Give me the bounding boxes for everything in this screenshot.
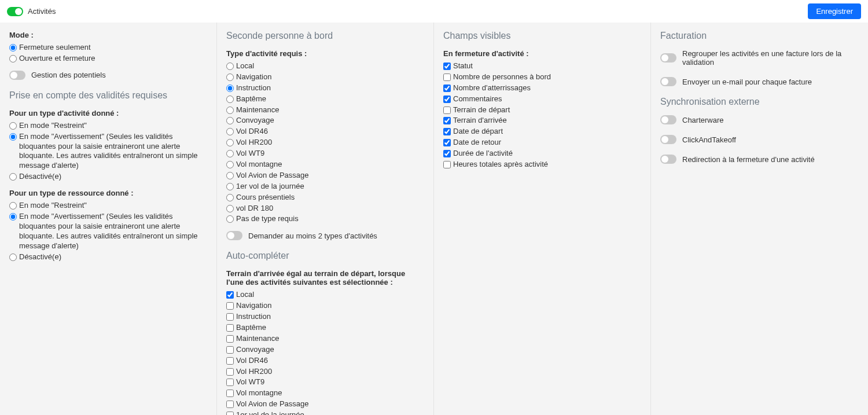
col-champs: Champs visibles En fermeture d'activité …	[434, 23, 651, 415]
email-toggle[interactable]	[660, 77, 676, 86]
auto-check-label: Vol Avion de Passage	[236, 399, 309, 409]
auto-check[interactable]	[226, 412, 234, 415]
auto-check[interactable]	[226, 335, 234, 343]
auto-check[interactable]	[226, 313, 234, 321]
gestion-potentiels-toggle[interactable]	[9, 71, 25, 80]
type-requis-label: Vol HR200	[236, 138, 272, 148]
type-requis-radio[interactable]	[226, 215, 234, 223]
mode-fermeture-label: Fermeture seulement	[19, 43, 91, 53]
type-requis-label: Vol WT9	[236, 149, 264, 159]
champ-check-label: Terrain d'arrivée	[453, 116, 507, 126]
type-requis-label: Vol DR46	[236, 127, 268, 137]
auto-check[interactable]	[226, 357, 234, 365]
auto-check[interactable]	[226, 379, 234, 386]
main-grid: Mode : Fermeture seulement Ouverture et …	[0, 23, 868, 415]
champs-title: Champs visibles	[443, 31, 641, 41]
auto-check[interactable]	[226, 324, 234, 332]
auto-check-label: Navigation	[236, 301, 271, 311]
champ-check[interactable]	[443, 161, 451, 168]
type-requis-label: Vol montagne	[236, 160, 282, 170]
regrouper-toggle[interactable]	[660, 53, 676, 63]
auto-check-label: Convoyage	[236, 345, 274, 355]
type-requis-radio[interactable]	[226, 106, 234, 114]
activite-type-label: Pour un type d'activité donné :	[9, 109, 207, 117]
type-requis-label: Baptême	[236, 94, 266, 104]
col-mode: Mode : Fermeture seulement Ouverture et …	[0, 23, 217, 415]
ressource-type-label: Pour un type de ressource donné :	[9, 189, 207, 197]
type-requis-radio[interactable]	[226, 85, 234, 92]
type-requis-label: Maintenance	[236, 105, 279, 115]
activites-label: Activités	[28, 7, 56, 16]
seconde-title: Seconde personne à bord	[226, 31, 424, 41]
type-requis-label: Cours présentiels	[236, 193, 295, 203]
charterware-toggle[interactable]	[660, 115, 676, 124]
vr-restreint-radio[interactable]	[9, 202, 17, 210]
min2-toggle[interactable]	[226, 231, 242, 240]
mode-fermeture-radio[interactable]	[9, 44, 17, 52]
auto-check-label: Vol montagne	[236, 388, 282, 398]
auto-check[interactable]	[226, 368, 234, 376]
champ-check[interactable]	[443, 150, 451, 157]
vr-desactive-radio[interactable]	[9, 254, 17, 261]
type-requis-radio[interactable]	[226, 172, 234, 179]
type-requis-radio[interactable]	[226, 128, 234, 135]
auto-check[interactable]	[226, 291, 234, 299]
va-desactive-radio[interactable]	[9, 173, 17, 181]
type-requis-label: Type d'activité requis :	[226, 49, 424, 58]
type-requis-radio[interactable]	[226, 150, 234, 157]
champ-check[interactable]	[443, 85, 451, 92]
vr-avert-radio[interactable]	[9, 213, 17, 221]
champ-check[interactable]	[443, 74, 451, 81]
type-requis-label: Pas de type requis	[236, 214, 299, 224]
type-requis-label: Local	[236, 61, 254, 71]
vr-avert-label: En mode "Avertissement" (Seules les vali…	[19, 212, 207, 251]
auto-check-label: Vol WT9	[236, 377, 264, 387]
champ-check[interactable]	[443, 128, 451, 135]
type-requis-radio[interactable]	[226, 183, 234, 190]
validites-title: Prise en compte des validités requises	[9, 90, 207, 101]
type-requis-radio[interactable]	[226, 96, 234, 103]
charterware-label: Charterware	[682, 116, 724, 124]
champ-check[interactable]	[443, 117, 451, 124]
auto-check[interactable]	[226, 346, 234, 354]
type-requis-label: 1er vol de la journée	[236, 182, 304, 192]
va-avert-radio[interactable]	[9, 133, 17, 141]
champs-list: StatutNombre de personnes à bordNombre d…	[443, 61, 641, 170]
type-requis-label: Navigation	[236, 72, 271, 82]
type-requis-radio[interactable]	[226, 117, 234, 124]
type-requis-radio[interactable]	[226, 194, 234, 201]
champ-check[interactable]	[443, 63, 451, 70]
va-desactive-label: Désactivé(e)	[19, 172, 61, 182]
type-requis-radio[interactable]	[226, 161, 234, 168]
mode-ouverture-radio[interactable]	[9, 55, 17, 63]
type-requis-radio[interactable]	[226, 205, 234, 212]
fermeture-label: En fermeture d'activité :	[443, 49, 641, 58]
auto-check-label: Maintenance	[236, 334, 279, 344]
champ-check[interactable]	[443, 106, 451, 114]
activites-toggle[interactable]	[7, 7, 23, 16]
email-label: Envoyer un e-mail pour chaque facture	[682, 78, 812, 86]
champ-check[interactable]	[443, 96, 451, 103]
auto-check[interactable]	[226, 390, 234, 397]
auto-title: Auto-compléter	[226, 251, 424, 261]
auto-check[interactable]	[226, 401, 234, 408]
type-requis-label: vol DR 180	[236, 204, 273, 214]
type-requis-radio[interactable]	[226, 139, 234, 146]
save-button-top[interactable]: Enregistrer	[808, 3, 861, 19]
va-restreint-radio[interactable]	[9, 122, 17, 130]
type-requis-radio[interactable]	[226, 74, 234, 81]
vr-desactive-label: Désactivé(e)	[19, 252, 61, 262]
auto-check-label: Vol DR46	[236, 356, 268, 366]
sync-title: Synchronisation externe	[660, 97, 859, 107]
type-requis-radio[interactable]	[226, 63, 234, 70]
type-requis-label: Instruction	[236, 83, 271, 93]
auto-check-label: Local	[236, 290, 254, 300]
va-avert-label: En mode "Avertissement" (Seules les vali…	[19, 132, 207, 171]
redirection-toggle[interactable]	[660, 155, 676, 164]
auto-check-label: Vol HR200	[236, 367, 272, 377]
top-bar: Activités Enregistrer	[0, 0, 868, 23]
auto-check[interactable]	[226, 302, 234, 310]
clickandtakeoff-toggle[interactable]	[660, 135, 676, 144]
champ-check-label: Heures totales après activité	[453, 160, 548, 170]
champ-check[interactable]	[443, 139, 451, 146]
